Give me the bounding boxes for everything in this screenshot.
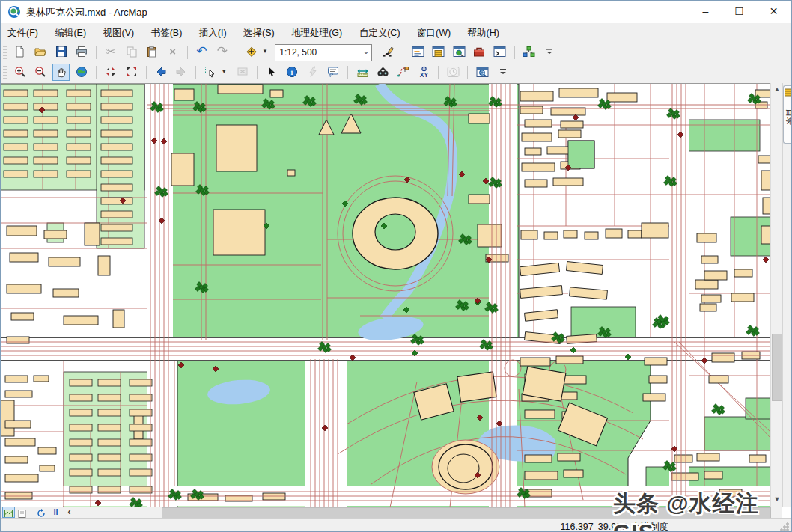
- copy-icon: [123, 43, 140, 61]
- horizontal-scrollbar[interactable]: [72, 507, 782, 518]
- add-data-button[interactable]: [243, 43, 260, 61]
- open-folder-button[interactable]: [32, 43, 49, 61]
- resize-grip[interactable]: [780, 522, 789, 531]
- menu-window[interactable]: 窗口(W): [410, 23, 457, 43]
- horizontal-scrollbar-thumb[interactable]: [162, 507, 771, 519]
- map-canvas[interactable]: [1, 83, 770, 507]
- menu-file[interactable]: 文件(F): [1, 23, 45, 43]
- catalog-window-button[interactable]: [430, 43, 447, 61]
- dock-strip: 目录: [782, 83, 792, 507]
- viewer-window-button[interactable]: [474, 64, 491, 81]
- bottom-bar: II ‹: [1, 507, 782, 518]
- go-to-xy-tool[interactable]: XY: [415, 64, 433, 81]
- title-bar: 奥林匹克公园.mxd - ArcMap – ☐ ✕: [1, 1, 791, 24]
- full-extent-button[interactable]: [73, 64, 91, 81]
- vertical-scrollbar[interactable]: ▲ ▼: [770, 83, 783, 507]
- zoom-in-tool[interactable]: [11, 64, 28, 81]
- arctoolbox-button[interactable]: [471, 43, 488, 61]
- menu-customize[interactable]: 自定义(C): [353, 23, 407, 43]
- menu-edit[interactable]: 编辑(E): [48, 23, 93, 43]
- scroll-up-arrow[interactable]: ▲: [771, 83, 783, 95]
- find-route-tool[interactable]: [395, 64, 412, 81]
- new-document-button[interactable]: [11, 43, 28, 61]
- delete-icon: ×: [164, 43, 181, 61]
- scale-dropdown-caret[interactable]: ⌄: [363, 47, 369, 55]
- cut-icon: ✂: [103, 43, 120, 61]
- scale-value: 1:12, 500: [279, 47, 317, 58]
- find-tool[interactable]: [374, 64, 392, 81]
- time-slider-icon: [445, 64, 462, 81]
- select-elements-tool[interactable]: [263, 64, 280, 81]
- redo-icon: ↷: [213, 43, 231, 61]
- clear-selection-icon: [234, 64, 251, 81]
- identify-tool[interactable]: i: [284, 64, 301, 81]
- toolbar-overflow-button[interactable]: [494, 64, 511, 81]
- paste-button[interactable]: [144, 43, 161, 61]
- save-button[interactable]: [52, 43, 70, 61]
- go-forward-icon: [173, 64, 190, 81]
- select-features-dropdown-caret[interactable]: ▾: [222, 63, 231, 80]
- catalog-icon: [785, 88, 792, 97]
- select-features-tool[interactable]: [201, 64, 219, 81]
- table-of-contents-button[interactable]: [409, 43, 427, 61]
- measure-tool[interactable]: [354, 64, 371, 81]
- map-drawing: [1, 84, 770, 507]
- window-title: 奥林匹克公园.mxd - ArcMap: [26, 6, 147, 19]
- fixed-zoom-out-button[interactable]: [123, 64, 140, 81]
- menu-view[interactable]: 视图(V): [97, 23, 141, 43]
- pan-tool[interactable]: [52, 64, 70, 81]
- layout-view-button[interactable]: [16, 507, 28, 517]
- go-back-button[interactable]: [152, 64, 169, 81]
- menu-bar: 文件(F) 编辑(E) 视图(V) 书签(B) 插入(I) 选择(S) 地理处理…: [1, 23, 791, 43]
- menu-bookmarks[interactable]: 书签(B): [144, 23, 189, 43]
- coordinate-y: 39.987: [598, 522, 627, 532]
- pause-drawing-button[interactable]: II: [50, 507, 61, 517]
- model-builder-button[interactable]: [520, 43, 537, 61]
- coordinate-units: 十进制度: [631, 522, 668, 532]
- html-popup-tool[interactable]: [325, 64, 342, 81]
- coordinate-x: 116.397: [561, 522, 594, 532]
- minimize-button[interactable]: –: [689, 1, 722, 22]
- python-window-button[interactable]: [491, 43, 508, 61]
- vertical-scrollbar-thumb[interactable]: [772, 334, 783, 401]
- toolbar-overflow-button[interactable]: [541, 43, 558, 61]
- tools-toolbar: ▾ i XY: [1, 63, 791, 84]
- menu-selection[interactable]: 选择(S): [237, 23, 281, 43]
- standard-toolbar: ✂ × ↶ ↷ ▾ 1:12, 500 ⌄: [1, 43, 791, 64]
- editor-sketch-button[interactable]: [380, 43, 397, 61]
- toolbar-grip[interactable]: [3, 66, 7, 79]
- svg-text:i: i: [291, 68, 293, 76]
- coordinate-readout: 116.39739.987十进制度: [561, 521, 674, 532]
- svg-text:XY: XY: [420, 71, 429, 79]
- menu-geoprocessing[interactable]: 地理处理(G): [284, 23, 349, 43]
- close-button[interactable]: ✕: [757, 1, 791, 22]
- catalog-tab[interactable]: 目录: [783, 85, 792, 144]
- scale-combo[interactable]: 1:12, 500 ⌄: [275, 44, 372, 61]
- toolbar-grip[interactable]: [3, 46, 7, 59]
- arcmap-logo-icon: [7, 5, 21, 19]
- zoom-out-tool[interactable]: [32, 64, 49, 81]
- menu-insert[interactable]: 插入(I): [192, 23, 234, 43]
- maximize-button[interactable]: ☐: [722, 1, 756, 22]
- status-bar: 116.39739.987十进制度: [1, 518, 791, 532]
- search-window-button[interactable]: [451, 43, 468, 61]
- menu-help[interactable]: 帮助(H): [461, 23, 506, 43]
- fixed-zoom-in-button[interactable]: [103, 64, 120, 81]
- print-button[interactable]: [73, 43, 91, 61]
- refresh-button[interactable]: [35, 507, 46, 517]
- add-data-dropdown-caret[interactable]: ▾: [264, 43, 272, 60]
- scroll-down-arrow[interactable]: ▼: [771, 493, 783, 505]
- hyperlink-icon: [304, 64, 321, 81]
- data-view-button[interactable]: [3, 507, 14, 517]
- undo-button[interactable]: ↶: [193, 43, 210, 61]
- catalog-tab-label: 目录: [784, 109, 792, 126]
